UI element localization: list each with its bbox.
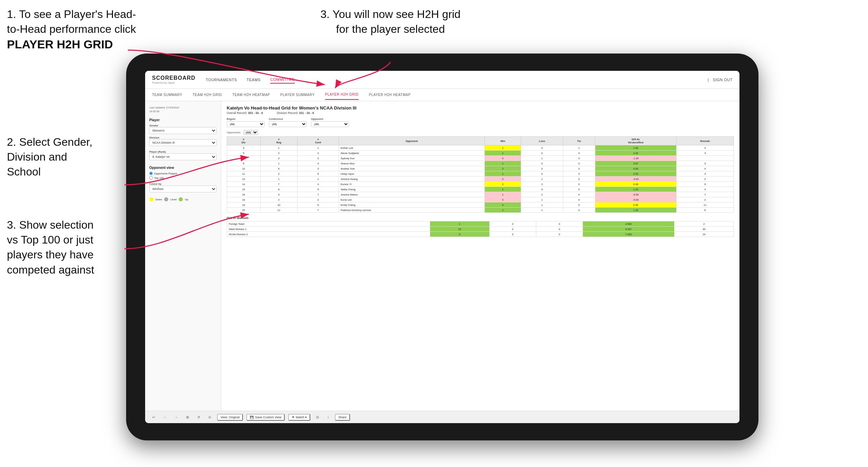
- filter-conference-select[interactable]: (All): [269, 121, 307, 127]
- ood-table-row: NCAA Division 2 5 0 0 7.400 10: [227, 232, 734, 237]
- th-loss: Loss: [521, 137, 563, 145]
- filter-opponent-group: Opponent (All): [311, 117, 349, 127]
- table-row: 3 1 1 Esther Lee 1 0 1 1.50 4: [227, 145, 734, 151]
- instruction-top-right: 3. You will now see H2H gridfor the play…: [304, 7, 477, 37]
- ood-table-row: Foreign Team 1 0 0 4.500 2: [227, 221, 734, 227]
- nav-committee[interactable]: COMMITTEE: [270, 76, 295, 84]
- resize-btn[interactable]: ↕: [325, 414, 331, 420]
- sub-team-summary[interactable]: TEAM SUMMARY: [152, 90, 182, 99]
- sidebar-colour-by-label: Colour by: [149, 182, 217, 185]
- opponents-filter-label: Opponents: (All): [227, 130, 734, 135]
- grid-btn[interactable]: ⊞: [184, 414, 191, 420]
- th-tie: Tie: [563, 137, 595, 145]
- table-row: 5 2 2 Alexis Sudjianto 1 0 0 4.00 3: [227, 151, 734, 156]
- table-row: 20 11 7 Federica Domecq Lacroze 2 1 0 1.…: [227, 208, 734, 213]
- filter-opponent-label: Opponent: [311, 117, 349, 121]
- forward-btn[interactable]: →: [172, 414, 180, 420]
- watch-btn[interactable]: 👁 Watch ▾: [288, 414, 310, 421]
- chart-area: Katelyn Vo Head-to-Head Grid for Women's…: [221, 101, 739, 411]
- undo-btn[interactable]: ↩: [150, 414, 158, 420]
- target-btn[interactable]: ⊙: [206, 414, 214, 420]
- filter-opponent-select[interactable]: (All): [311, 121, 349, 127]
- sidebar-radio-group: Opponents Played Top 100: [149, 172, 217, 180]
- nav-teams[interactable]: TEAMS: [247, 76, 261, 83]
- opponents-select[interactable]: (All): [243, 130, 258, 135]
- sidebar-opponent-view-label: Opponent view: [149, 166, 217, 170]
- sidebar-gender-label: Gender: [149, 124, 217, 127]
- view-original-btn[interactable]: View: Original: [217, 414, 243, 421]
- table-row: 15 8 5 Stella Cheng 1 0 0 1.25 4: [227, 187, 734, 192]
- filter-row: Region (All) Conference (All) Opponent: [227, 117, 734, 127]
- sub-player-h2h-grid[interactable]: PLAYER H2H GRID: [325, 90, 359, 100]
- nav-links: TOURNAMENTS TEAMS COMMITTEE: [206, 76, 708, 84]
- sub-player-h2h-heatmap[interactable]: PLAYER H2H HEATMAP: [369, 90, 411, 99]
- sidebar-colour-by-select[interactable]: Win/loss: [149, 185, 217, 192]
- filter-region-group: Region (All): [227, 117, 265, 127]
- sidebar-player-rank-select[interactable]: 8. Katelyn Vo: [149, 153, 217, 160]
- radio-opponents-played[interactable]: Opponents Played: [149, 172, 217, 175]
- table-row: 10 6 3 Andrea York 2 0 0 4.00 4: [227, 166, 734, 171]
- sidebar-division-select[interactable]: NCAA Division III NCAA Division I NCAA D…: [149, 139, 217, 146]
- chart-title: Katelyn Vo Head-to-Head Grid for Women's…: [227, 105, 734, 111]
- sub-nav: TEAM SUMMARY TEAM H2H GRID TEAM H2H HEAT…: [145, 89, 739, 101]
- th-div: #Div: [227, 137, 261, 145]
- table-row: 6 3 3 Sydney Kuo 0 1 0 -1.00: [227, 156, 734, 161]
- back-btn[interactable]: ←: [161, 414, 169, 420]
- nav-tournaments[interactable]: TOURNAMENTS: [206, 76, 237, 83]
- sidebar-timestamp: Last Updated: 27/03/2024 16:55:38: [149, 106, 217, 113]
- table-row: 9 1 4 Sharon Mun 1 0 0 3.67 3: [227, 161, 734, 166]
- filter-region-label: Region: [227, 117, 265, 121]
- nav-logo: SCOREBOARD Powered by clippd: [152, 75, 196, 84]
- th-rounds: Rounds: [676, 137, 734, 145]
- sub-player-summary[interactable]: PLAYER SUMMARY: [280, 90, 314, 99]
- filter-conference-label: Conference: [269, 117, 307, 121]
- sidebar-division-label: Division: [149, 136, 217, 139]
- save-custom-view-btn[interactable]: 💾 Save Custom View: [246, 414, 285, 421]
- share-btn[interactable]: Share: [335, 414, 350, 421]
- sidebar: Last Updated: 27/03/2024 16:55:38 Player…: [145, 101, 221, 411]
- legend-dot-up: [179, 197, 183, 201]
- chart-subtitle: Overall Record: 353 - 34 - 6 Division Re…: [227, 111, 734, 115]
- h2h-table: #Div #Reg #Conf Opponent Win Loss Tie Di…: [227, 136, 734, 213]
- instruction-top-left: 1. To see a Player's Head- to-Head perfo…: [7, 7, 138, 53]
- instruction-mid-left: 2. Select Gender,Division andSchool: [7, 135, 124, 180]
- radio-top100[interactable]: Top 100: [149, 176, 217, 180]
- legend-dot-down: [149, 197, 153, 201]
- sub-team-h2h-grid[interactable]: TEAM H2H GRID: [193, 90, 222, 99]
- legend-dot-level: [164, 197, 168, 201]
- bottom-toolbar: ↩ ← → ⊞ ↺ ⊙ View: Original 💾 Save Custom…: [145, 411, 739, 423]
- th-conf: #Conf: [298, 137, 339, 145]
- out-of-division-table: Foreign Team 1 0 0 4.500 2 NAIA Division…: [227, 221, 734, 237]
- th-reg: #Reg: [260, 137, 297, 145]
- th-diff: Diff AvStrokes/Rnd: [595, 137, 676, 145]
- th-opponent: Opponent: [339, 137, 484, 145]
- sidebar-player-label: Player: [149, 118, 217, 122]
- filter-conference-group: Conference (All): [269, 117, 307, 127]
- table-row: 16 3 7 Jessica Mason 1 2 0 -0.94 7: [227, 192, 734, 197]
- tablet: SCOREBOARD Powered by clippd TOURNAMENTS…: [126, 54, 758, 440]
- refresh-btn[interactable]: ↺: [195, 414, 202, 420]
- logo-title: SCOREBOARD: [152, 75, 196, 81]
- logo-sub: Powered by clippd: [152, 81, 196, 84]
- sub-team-h2h-heatmap[interactable]: TEAM H2H HEATMAP: [232, 90, 270, 99]
- nav-right: | Sign out: [708, 76, 733, 83]
- out-of-division-header: Out of division: [227, 216, 734, 220]
- table-row: 13 1 1 Jessica Huang 0 1 0 -3.00 2: [227, 177, 734, 182]
- sidebar-player-rank-label: Player (Rank): [149, 150, 217, 153]
- th-win: Win: [485, 137, 521, 145]
- colour-legend: Down Level Up: [149, 197, 217, 201]
- nav-separator: |: [708, 78, 709, 82]
- main-content: Last Updated: 27/03/2024 16:55:38 Player…: [145, 101, 739, 411]
- layout-btn[interactable]: ⊡: [314, 414, 321, 420]
- sidebar-gender-select[interactable]: Women's Men's: [149, 127, 217, 134]
- nav-bar: SCOREBOARD Powered by clippd TOURNAMENTS…: [145, 71, 739, 89]
- ood-table-row: NAIA Division 1 15 0 0 9.267 30: [227, 227, 734, 232]
- table-row: 11 2 5 Heejo Hyun 1 0 0 3.33 3: [227, 171, 734, 177]
- tablet-screen: SCOREBOARD Powered by clippd TOURNAMENTS…: [145, 71, 739, 423]
- sign-out-link[interactable]: Sign out: [713, 76, 733, 83]
- table-row: 19 10 6 Emily Chang 4 1 0 0.30 11: [227, 202, 734, 208]
- table-row: 18 2 2 Euna Lee 0 1 0 -5.00 2: [227, 197, 734, 202]
- instruction-bottom-left: 3. Show selectionvs Top 100 or justplaye…: [7, 218, 124, 277]
- filter-region-select[interactable]: (All): [227, 121, 265, 127]
- table-row: 14 7 4 Eunice Yi 2 2 0 0.38 9: [227, 182, 734, 187]
